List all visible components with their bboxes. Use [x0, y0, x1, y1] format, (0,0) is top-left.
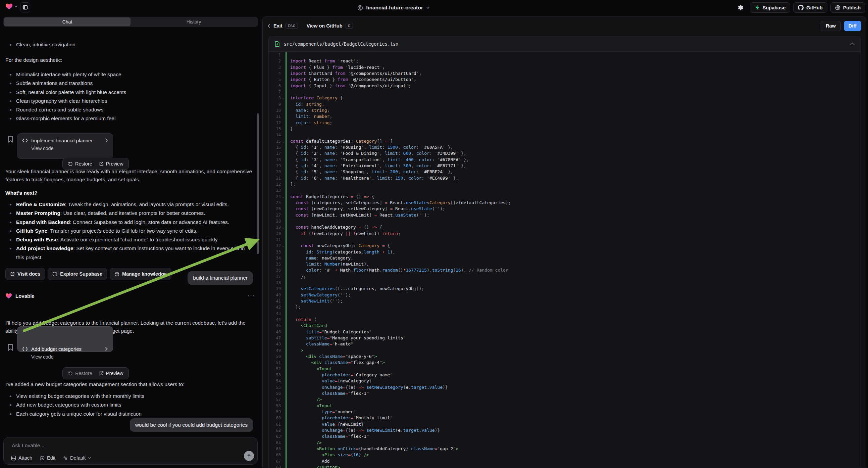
- code-line: 12 color: string;: [269, 120, 861, 126]
- code-icon: [22, 138, 28, 143]
- line-number: 8: [278, 95, 281, 101]
- code-line: 3import { Plus } from 'lucide-react';: [269, 64, 861, 70]
- edit-button[interactable]: Edit: [39, 455, 55, 461]
- whats-next-heading: What's next?: [5, 175, 38, 181]
- line-number: 20: [276, 169, 281, 175]
- code-line: 10 name: string;: [269, 108, 861, 114]
- assistant-header: Lovable ···: [5, 293, 255, 299]
- line-number: 6: [278, 83, 281, 89]
- code-line: 54 value={newCategory}: [269, 378, 861, 384]
- code-line: 11 limit: number;: [269, 114, 861, 119]
- list-item: Glass-morphic elements for a premium fee…: [5, 114, 246, 123]
- view-on-github-button[interactable]: View on GitHub G: [307, 23, 353, 29]
- code-line: 27 const [newLimit, setNewLimit] = React…: [269, 212, 861, 218]
- list-item: Add new budget categories with custom li…: [5, 401, 246, 409]
- bookmark-icon[interactable]: [7, 344, 13, 351]
- fold-chevron-icon[interactable]: ⌄: [281, 95, 285, 101]
- github-label: GitHub: [806, 5, 823, 10]
- line-number: 40: [276, 292, 281, 298]
- explore-supabase-button[interactable]: Explore Supabase: [48, 268, 107, 280]
- code-line: 43: [269, 311, 861, 317]
- code-line: 55 onChange={(e) => setNewCategory(e.tar…: [269, 384, 861, 390]
- send-button[interactable]: [244, 451, 254, 461]
- chat-composer[interactable]: Ask Lovable... Attach Edit: [3, 437, 258, 465]
- tab-chat[interactable]: Chat: [4, 18, 130, 26]
- version-card-add-budget-categories[interactable]: Add budget categories View code: [22, 346, 108, 359]
- list-item: View existing budget categories with the…: [5, 392, 246, 401]
- line-number: 55: [276, 384, 281, 390]
- lovable-logo[interactable]: [5, 3, 18, 10]
- model-selector[interactable]: Default: [63, 455, 91, 461]
- code-line: 46 title="Budget Categories": [269, 329, 861, 335]
- design-list: Minimalist interface with plenty of whit…: [5, 70, 246, 123]
- code-line: 8⌄interface Category {: [269, 95, 861, 101]
- code-line: 6import { Input } from '@/components/ui/…: [269, 83, 861, 89]
- line-number: 28: [276, 218, 281, 224]
- line-number: 52: [276, 366, 281, 372]
- raw-toggle-button[interactable]: Raw: [821, 21, 841, 31]
- line-number: 48: [276, 341, 281, 347]
- line-number: 23: [276, 187, 281, 194]
- code-line: 32⌄ const newCategoryObj: Category = {: [269, 243, 861, 249]
- publish-button[interactable]: Publish: [830, 2, 865, 13]
- exit-button[interactable]: Exit ESC: [268, 23, 298, 29]
- visit-docs-button[interactable]: Visit docs: [5, 268, 45, 280]
- panel-left-icon: [23, 5, 28, 10]
- external-link-icon: [10, 272, 15, 276]
- list-item: Each category gets a unique color for vi…: [5, 410, 246, 418]
- code-line: 47 subtitle="Manage your spending limits…: [269, 335, 861, 341]
- code-line: 45 <ChartCard: [269, 323, 861, 329]
- assistant-paragraph: I'll help you add budget categories to t…: [5, 303, 255, 320]
- code-line: 18 { id: '3', name: 'Transportation', li…: [269, 157, 861, 163]
- fold-chevron-icon[interactable]: ⌄: [281, 138, 285, 144]
- line-number: 17: [276, 150, 281, 156]
- code-view-panel: Exit ESC View on GitHub G Raw Diff src/c…: [262, 16, 866, 468]
- github-button[interactable]: GitHub: [793, 2, 827, 13]
- view-code-link[interactable]: View code: [31, 146, 108, 151]
- view-code-link[interactable]: View code: [31, 354, 108, 359]
- tab-history[interactable]: History: [130, 18, 257, 26]
- diff-toggle-button[interactable]: Diff: [844, 21, 861, 31]
- quick-actions: Visit docs Explore Supabase Manage knowl…: [5, 268, 172, 280]
- list-item: Subtle animations and transitions: [5, 79, 246, 88]
- fold-chevron-icon[interactable]: ⌄: [281, 194, 285, 200]
- bookmark-icon[interactable]: [7, 136, 13, 143]
- chat-scrollbar[interactable]: [257, 113, 259, 254]
- fold-chevron-icon[interactable]: ⌄: [281, 243, 285, 249]
- code-line: 48 className="h-auto": [269, 341, 861, 347]
- chat-input[interactable]: Ask Lovable...: [12, 442, 44, 448]
- line-number: 41: [276, 298, 281, 304]
- attach-button[interactable]: Attach: [11, 455, 32, 461]
- settings-button[interactable]: [735, 2, 747, 13]
- line-number: 5: [278, 77, 281, 83]
- chevron-up-icon[interactable]: [850, 42, 855, 45]
- chevron-down-icon: [88, 456, 91, 460]
- code-line: 63 className="flex-1": [269, 433, 861, 439]
- list-item: Master Prompting: Use clear, detailed, a…: [5, 209, 245, 217]
- code-line: 4import ChartCard from '@/components/ui/…: [269, 70, 861, 77]
- sliders-icon: [63, 456, 68, 461]
- message-menu-button[interactable]: ···: [248, 293, 255, 299]
- line-number: 58: [276, 403, 281, 409]
- supabase-button[interactable]: Supabase: [750, 2, 790, 13]
- assistant-paragraph: I've added a new budget categories manag…: [5, 365, 255, 373]
- line-number: 50: [276, 353, 281, 359]
- gear-icon: [738, 4, 744, 11]
- heart-logo-icon: [5, 3, 13, 10]
- chevron-down-icon: [426, 6, 430, 10]
- code-line: 53 placeholder="Category name": [269, 372, 861, 378]
- code-line: 50 <div className="space-y-6">: [269, 353, 861, 359]
- publish-label: Publish: [843, 5, 861, 10]
- code-line: 60 placeholder="Monthly limit": [269, 415, 861, 421]
- code-line: 7: [269, 89, 861, 95]
- added-features-list: View existing budget categories with the…: [5, 392, 246, 418]
- manage-knowledge-button[interactable]: Manage knowledge: [110, 268, 172, 280]
- project-switcher[interactable]: financial-future-creator: [357, 0, 430, 16]
- toggle-sidebar-button[interactable]: [20, 2, 30, 12]
- code-line: 37 };: [269, 273, 861, 280]
- file-header[interactable]: src/components/budget/BudgetCategories.t…: [269, 36, 861, 52]
- line-number: 4: [278, 70, 281, 77]
- fold-chevron-icon[interactable]: ⌄: [281, 224, 285, 230]
- line-number: 57: [276, 397, 281, 403]
- line-number: 33: [276, 249, 281, 255]
